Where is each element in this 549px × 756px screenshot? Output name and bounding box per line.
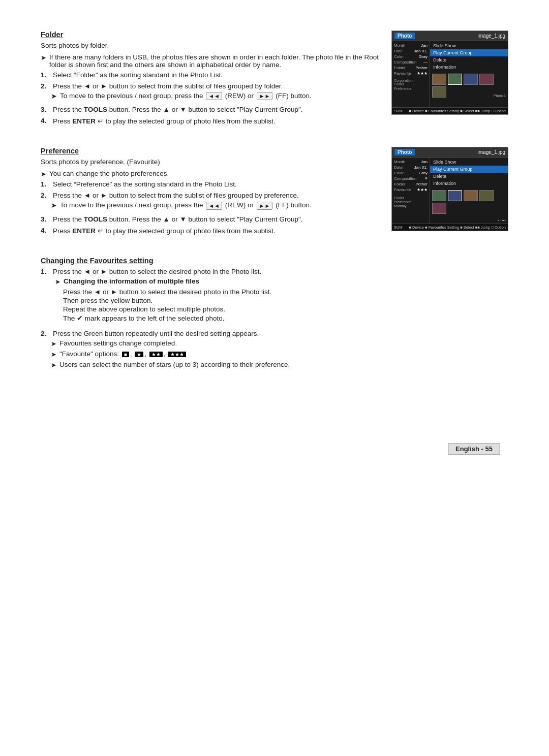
folder-step-2: 2. Press the ◄ or ► button to select fro… bbox=[41, 82, 379, 102]
photo-label-1: Photo bbox=[394, 33, 415, 39]
star-option-2: ★ bbox=[135, 352, 143, 357]
filename-1: image_1.jpg bbox=[478, 33, 505, 39]
arrow-icon: ➤ bbox=[41, 170, 46, 178]
thumb-8 bbox=[464, 190, 478, 201]
folder-step-4: 4. Press ENTER ↵ to play the selected gr… bbox=[41, 117, 379, 125]
preference-step-4: 4. Press ENTER ↵ to play the selected gr… bbox=[41, 227, 379, 235]
sc-menu-2: Slide Show Play Current Group Delete Inf… bbox=[430, 158, 508, 188]
folder-step-2-sub: ➤ To move to the previous / next group, … bbox=[51, 92, 312, 100]
menu-info-1: Information bbox=[430, 64, 508, 71]
folder-steps: 1. Select “Folder” as the sorting standa… bbox=[41, 71, 379, 125]
sc-header-1: Photo image_1.jpg bbox=[392, 31, 508, 41]
ff-key-2: ►► bbox=[257, 202, 273, 210]
thumb-1 bbox=[432, 74, 446, 85]
menu-play-1: Play Current Group bbox=[430, 49, 508, 56]
rew-key-2: ◄◄ bbox=[206, 202, 222, 210]
preference-section: Preference Sorts photos by preference. (… bbox=[41, 147, 508, 238]
screenshot-preference: Photo image_1.jpg MonthJan DateJan 01, C… bbox=[391, 147, 508, 231]
changing-info-line-2: Then press the yellow button. bbox=[63, 297, 271, 304]
folder-title: Folder bbox=[41, 30, 379, 39]
arrow-icon: ➤ bbox=[41, 54, 46, 61]
sc-footer-1: SUM ■ Device ■ Favourites Setting ■ Sele… bbox=[392, 107, 508, 114]
preference-step-2-sub: ➤ To move to the previous / next group, … bbox=[51, 201, 312, 209]
sc-thumbnails-2 bbox=[430, 188, 508, 217]
thumb-6 bbox=[432, 190, 446, 201]
preference-title: Preference bbox=[41, 147, 379, 155]
folder-section: Folder Sorts photos by folder. ➤ If ther… bbox=[41, 30, 508, 129]
sc-body-1: MonthJan DateJan 01, ColorGray Compositi… bbox=[392, 41, 508, 107]
thumb-5 bbox=[432, 86, 446, 98]
favourites-step-1: 1. Press the ◄ or ► button to select the… bbox=[41, 268, 508, 326]
arrow-icon: ➤ bbox=[51, 92, 57, 100]
changing-info-line-1: Press the ◄ or ► button to select the de… bbox=[63, 288, 271, 296]
folder-arrow-1: ➤ If there are many folders in USB, the … bbox=[41, 53, 379, 69]
preference-arrow-1: ➤ You can change the photo preferences. bbox=[41, 170, 379, 178]
filename-2: image_1.jpg bbox=[478, 149, 505, 155]
favourites-steps: 1. Press the ◄ or ► button to select the… bbox=[41, 268, 508, 371]
menu-delete-2: Delete bbox=[430, 173, 508, 180]
thumb-7 bbox=[448, 190, 462, 201]
thumb-2 bbox=[448, 74, 462, 85]
sc-info-2: MonthJan DateJan 01, ColorGray Compositi… bbox=[392, 158, 430, 224]
preference-step-1: 1. Select “Preference” as the sorting st… bbox=[41, 180, 379, 188]
sc-footer-2: SUM ■ Device ■ Favourites Setting ■ Sele… bbox=[392, 224, 508, 231]
menu-slideshow-2: Slide Show bbox=[430, 159, 508, 166]
arrow-icon: ➤ bbox=[51, 201, 57, 209]
menu-play-2: Play Current Group bbox=[430, 166, 508, 173]
preference-step-3: 3. Press the TOOLS button. Press the ▲ o… bbox=[41, 215, 379, 223]
thumb-9 bbox=[479, 190, 494, 201]
favourites-section: Changing the Favourites setting 1. Press… bbox=[41, 257, 508, 371]
sc-info-1: MonthJan DateJan 01, ColorGray Compositi… bbox=[392, 41, 430, 107]
menu-info-2: Information bbox=[430, 180, 508, 187]
sc-thumbnails-1: Photo 1 bbox=[430, 72, 508, 107]
star-option-3: ★★ bbox=[149, 352, 163, 357]
arrow-icon: ➤ bbox=[51, 340, 56, 348]
menu-slideshow-1: Slide Show bbox=[430, 42, 508, 49]
photo-label-2: Photo bbox=[394, 149, 415, 155]
favourites-step-2: 2. Press the Green button repeatedly unt… bbox=[41, 330, 508, 371]
ff-key: ►► bbox=[257, 92, 273, 100]
changing-info-line-3: Repeat the above operation to select mul… bbox=[63, 305, 271, 313]
preference-steps: 1. Select “Preference” as the sorting st… bbox=[41, 180, 379, 234]
thumb-4 bbox=[479, 74, 494, 85]
sc-menu-1: Slide Show Play Current Group Delete Inf… bbox=[430, 41, 508, 72]
sc-header-2: Photo image_1.jpg bbox=[392, 147, 508, 158]
changing-info-subsection: ➤ Changing the information of multiple f… bbox=[55, 277, 271, 323]
folder-text: Folder Sorts photos by folder. ➤ If ther… bbox=[41, 30, 379, 129]
arrow-icon: ➤ bbox=[51, 351, 56, 358]
thumb-3 bbox=[464, 74, 478, 85]
folder-subtitle: Sorts photos by folder. bbox=[41, 42, 379, 49]
screenshot-folder: Photo image_1.jpg MonthJan DateJan 01, C… bbox=[391, 30, 508, 115]
arrow-icon: ➤ bbox=[51, 361, 56, 369]
preference-text: Preference Sorts photos by preference. (… bbox=[41, 147, 379, 238]
page-footer-container: English - 55 bbox=[41, 412, 508, 455]
star-option-4: ★★★ bbox=[168, 352, 186, 357]
folder-step-3: 3. Press the TOOLS button. Press the ▲ o… bbox=[41, 106, 379, 113]
menu-delete-1: Delete bbox=[430, 56, 508, 64]
star-option-1: ■ bbox=[122, 352, 129, 357]
page-number: English - 55 bbox=[440, 443, 508, 455]
changing-info-title: Changing the information of multiple fil… bbox=[64, 277, 199, 285]
preference-step-2: 2. Press the ◄ or ► button to select fro… bbox=[41, 192, 379, 211]
fav-arrow-1: ➤ Favourites settings change completed. bbox=[51, 339, 290, 348]
preference-subtitle: Sorts photos by preference. (Favourite) bbox=[41, 158, 379, 166]
sc-body-2: MonthJan DateJan 01, ColorGray Compositi… bbox=[392, 158, 508, 224]
changing-info-line-4: The ✔ mark appears to the left of the se… bbox=[63, 314, 271, 322]
rew-key: ◄◄ bbox=[206, 92, 222, 100]
folder-step-1: 1. Select “Folder” as the sorting standa… bbox=[41, 71, 379, 79]
fav-arrow-3: ➤ Users can select the number of stars (… bbox=[51, 361, 290, 369]
thumb-10 bbox=[432, 203, 446, 214]
favourites-title: Changing the Favourites setting bbox=[41, 257, 508, 265]
fav-arrow-2: ➤ "Favourite" options: ■, ★, ★★, ★★★ bbox=[51, 350, 290, 358]
arrow-icon: ➤ bbox=[55, 278, 60, 286]
